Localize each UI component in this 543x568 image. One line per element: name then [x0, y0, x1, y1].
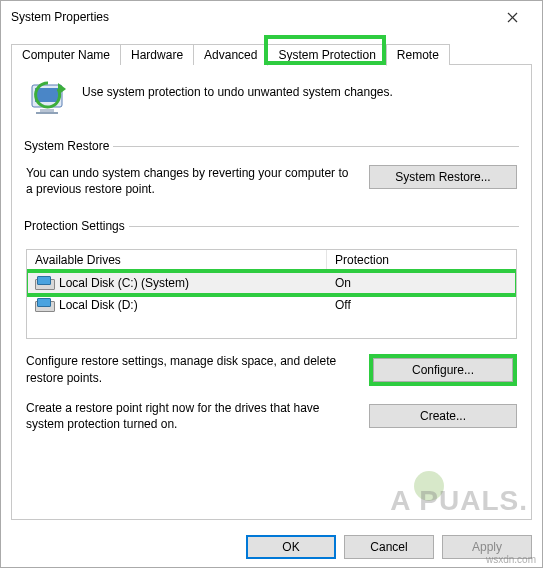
tab-strip: Computer Name Hardware Advanced System P…: [11, 39, 532, 65]
close-button[interactable]: [490, 3, 534, 31]
system-properties-window: System Properties Computer Name Hardware…: [0, 0, 543, 568]
group-legend: System Restore: [24, 139, 113, 153]
ok-button[interactable]: OK: [246, 535, 336, 559]
window-title: System Properties: [11, 10, 109, 24]
close-icon: [507, 12, 518, 23]
apply-button: Apply: [442, 535, 532, 559]
tab-label: Advanced: [204, 48, 257, 62]
button-label: System Restore...: [395, 170, 490, 184]
drives-list[interactable]: Available Drives Protection Local Disk (…: [26, 249, 517, 339]
group-protection-settings: Protection Settings Available Drives Pro…: [24, 219, 519, 438]
tab-label: Hardware: [131, 48, 183, 62]
svg-rect-3: [35, 88, 59, 102]
disk-icon: [35, 298, 53, 312]
tab-page-system-protection: Use system protection to undo unwanted s…: [11, 64, 532, 520]
drive-name: Local Disk (C:) (System): [59, 276, 189, 290]
titlebar: System Properties: [1, 1, 542, 33]
drive-row-c[interactable]: Local Disk (C:) (System) On: [27, 272, 516, 294]
drive-protection: On: [327, 273, 516, 293]
tab-computer-name[interactable]: Computer Name: [11, 44, 121, 65]
tab-hardware[interactable]: Hardware: [120, 44, 194, 65]
button-label: Configure...: [412, 363, 474, 377]
drive-name: Local Disk (D:): [59, 298, 138, 312]
tab-label: Computer Name: [22, 48, 110, 62]
drive-row-d[interactable]: Local Disk (D:) Off: [27, 294, 516, 316]
svg-rect-4: [40, 109, 54, 112]
cancel-button[interactable]: Cancel: [344, 535, 434, 559]
button-label: Cancel: [370, 540, 407, 554]
dialog-button-row: OK Cancel Apply: [246, 535, 532, 559]
group-legend: Protection Settings: [24, 219, 129, 233]
configure-button[interactable]: Configure...: [373, 358, 513, 382]
tab-advanced[interactable]: Advanced: [193, 44, 268, 65]
create-button[interactable]: Create...: [369, 404, 517, 428]
system-restore-icon: [28, 79, 70, 121]
intro-row: Use system protection to undo unwanted s…: [24, 79, 519, 121]
system-restore-button[interactable]: System Restore...: [369, 165, 517, 189]
column-header-drives[interactable]: Available Drives: [27, 250, 327, 271]
tab-remote[interactable]: Remote: [386, 44, 450, 65]
client-area: Computer Name Hardware Advanced System P…: [1, 33, 542, 567]
tab-system-protection[interactable]: System Protection: [267, 44, 386, 66]
tab-label: System Protection: [278, 48, 375, 62]
configure-text: Configure restore settings, manage disk …: [26, 353, 355, 385]
button-label: OK: [282, 540, 299, 554]
system-restore-text: You can undo system changes by reverting…: [26, 165, 355, 197]
intro-text: Use system protection to undo unwanted s…: [82, 79, 393, 99]
svg-rect-5: [36, 112, 58, 114]
tab-label: Remote: [397, 48, 439, 62]
create-text: Create a restore point right now for the…: [26, 400, 355, 432]
disk-icon: [35, 276, 53, 290]
column-header-protection[interactable]: Protection: [327, 250, 516, 271]
group-system-restore: System Restore You can undo system chang…: [24, 139, 519, 203]
button-label: Apply: [472, 540, 502, 554]
drive-protection: Off: [327, 295, 516, 315]
button-label: Create...: [420, 409, 466, 423]
highlight-configure-button: Configure...: [369, 354, 517, 386]
drives-header: Available Drives Protection: [27, 250, 516, 272]
